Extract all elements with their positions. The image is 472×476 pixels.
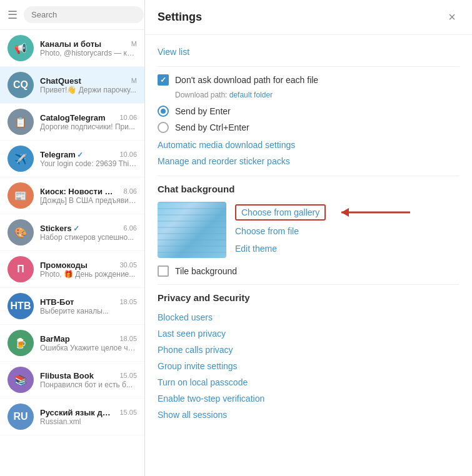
avatar: CQ bbox=[8, 72, 34, 98]
chat-name: CatalogTelegram bbox=[40, 113, 106, 122]
chat-preview: Russian.xml bbox=[40, 417, 137, 426]
close-button[interactable]: × bbox=[444, 9, 459, 26]
chat-preview: Набор стикеров успешно... bbox=[40, 233, 137, 242]
chat-item[interactable]: НТВНТВ-Бот18.05Выберите каналы... bbox=[0, 288, 144, 325]
chat-name: Stickers ✓ bbox=[40, 224, 79, 233]
chat-info: Киоск: Новости Ро...8.06[Дождь] В США пр… bbox=[40, 187, 137, 205]
edit-theme-link[interactable]: Edit theme bbox=[235, 242, 326, 255]
chat-time: 10.06 bbox=[119, 114, 137, 121]
chat-time: 15.05 bbox=[119, 372, 137, 379]
chat-name: НТВ-Бот bbox=[40, 297, 74, 307]
send-by-enter-radio[interactable] bbox=[158, 106, 169, 117]
chat-item[interactable]: RUРусский язык для ...15.05Russian.xml bbox=[0, 399, 144, 435]
chat-name: BarMap bbox=[40, 334, 70, 344]
phone-calls-privacy-link[interactable]: Phone calls privacy bbox=[158, 343, 459, 357]
chat-time: 18.05 bbox=[119, 298, 137, 305]
search-input[interactable] bbox=[24, 6, 144, 23]
chat-item[interactable]: 🍺BarMap18.05Ошибка Укажите целое чи... bbox=[0, 325, 144, 362]
chat-name: Промокоды bbox=[40, 260, 88, 270]
chat-time: М bbox=[131, 77, 137, 84]
divider-1 bbox=[158, 66, 459, 67]
svg-marker-1 bbox=[341, 208, 349, 217]
view-list-link[interactable]: View list bbox=[158, 45, 459, 59]
sidebar-header: ☰ bbox=[0, 0, 144, 30]
settings-header: Settings × bbox=[145, 0, 472, 35]
tile-background-checkbox[interactable] bbox=[158, 265, 169, 277]
chat-list: 📢Каналы и ботыМPhoto, @historycards — ка… bbox=[0, 30, 144, 476]
manage-stickers-link[interactable]: Manage and reorder sticker packs bbox=[158, 154, 459, 168]
chat-background-section: Choose from gallery Choose from file Edi… bbox=[158, 202, 459, 258]
chat-time: М bbox=[131, 40, 137, 47]
avatar: 📰 bbox=[8, 182, 34, 209]
chat-time: 30.05 bbox=[119, 261, 137, 269]
chat-time: 8.06 bbox=[124, 187, 137, 195]
chat-item[interactable]: 📚Flibusta Book15.05Понравился бот и есть… bbox=[0, 362, 144, 399]
default-folder-link[interactable]: default folder bbox=[229, 91, 273, 99]
chat-info: ChatQuestМПривет!👋 Держи парочку... bbox=[40, 76, 137, 94]
chat-preview: Photo, 🎁 День рождение... bbox=[40, 270, 137, 279]
chat-preview: Photo, @historycards — ка... bbox=[40, 49, 137, 57]
chat-name: Киоск: Новости Ро... bbox=[40, 187, 115, 196]
chat-preview: Ошибка Укажите целое чи... bbox=[40, 344, 137, 352]
chat-name: ChatQuest bbox=[40, 76, 81, 86]
send-by-ctrl-enter-label: Send by Ctrl+Enter bbox=[175, 122, 249, 132]
send-by-enter-label: Send by Enter bbox=[175, 106, 231, 116]
settings-panel: Settings × View list Don't ask download … bbox=[145, 0, 472, 476]
background-options: Choose from gallery Choose from file Edi… bbox=[235, 202, 326, 255]
dont-ask-download-row: Don't ask download path for each file bbox=[158, 74, 459, 86]
chat-item[interactable]: 📰Киоск: Новости Ро...8.06[Дождь] В США п… bbox=[0, 177, 144, 214]
local-passcode-link[interactable]: Turn on local passcode bbox=[158, 375, 459, 389]
privacy-section: Blocked users Last seen privacy Phone ca… bbox=[158, 310, 459, 422]
chat-preview: Привет!👋 Держи парочку... bbox=[40, 86, 137, 94]
chat-item[interactable]: CQChatQuestМПривет!👋 Держи парочку... bbox=[0, 67, 144, 104]
two-step-link[interactable]: Enable two-step verification bbox=[158, 392, 459, 405]
chat-name: Каналы и боты bbox=[40, 39, 101, 49]
tile-background-row: Tile background bbox=[158, 265, 459, 277]
download-path-sub: Download path: default folder bbox=[175, 91, 459, 99]
chat-info: НТВ-Бот18.05Выберите каналы... bbox=[40, 297, 137, 315]
verified-badge: ✓ bbox=[77, 151, 83, 159]
choose-gallery-row: Choose from gallery bbox=[235, 204, 326, 221]
chat-time: 6.06 bbox=[124, 224, 137, 232]
chat-time: 18.05 bbox=[119, 335, 137, 342]
avatar: 🍺 bbox=[8, 330, 34, 356]
divider-2 bbox=[158, 176, 459, 176]
avatar: ✈️ bbox=[8, 146, 34, 172]
chat-info: Flibusta Book15.05Понравился бот и есть … bbox=[40, 371, 137, 389]
choose-from-file-link[interactable]: Choose from file bbox=[235, 224, 326, 238]
download-path-label: Download path: bbox=[175, 91, 227, 99]
chat-item[interactable]: 🎨Stickers ✓6.06Набор стикеров успешно... bbox=[0, 214, 144, 251]
avatar: П bbox=[8, 256, 34, 282]
chat-time: 10.06 bbox=[119, 151, 137, 158]
chat-info: Stickers ✓6.06Набор стикеров успешно... bbox=[40, 224, 137, 242]
last-seen-privacy-link[interactable]: Last seen privacy bbox=[158, 327, 459, 340]
chat-item[interactable]: 📢Каналы и ботыМPhoto, @historycards — ка… bbox=[0, 30, 144, 67]
group-invite-link[interactable]: Group invite settings bbox=[158, 359, 459, 373]
avatar: 📋 bbox=[8, 109, 34, 135]
choose-from-gallery-button[interactable]: Choose from gallery bbox=[235, 204, 326, 221]
chat-info: CatalogTelegram10.06Дорогие подписчики! … bbox=[40, 113, 137, 131]
chat-item[interactable]: ППромокоды30.05Photo, 🎁 День рождение... bbox=[0, 251, 144, 288]
chat-info: BarMap18.05Ошибка Укажите целое чи... bbox=[40, 334, 137, 352]
auto-media-link[interactable]: Automatic media download settings bbox=[158, 138, 459, 152]
red-arrow-annotation bbox=[335, 203, 416, 222]
chat-item[interactable]: ✈️Telegram ✓10.06Your login code: 29639 … bbox=[0, 141, 144, 177]
blocked-users-link[interactable]: Blocked users bbox=[158, 310, 459, 324]
tile-background-label: Tile background bbox=[175, 266, 237, 276]
chat-background-title: Chat background bbox=[158, 184, 459, 194]
chat-item[interactable]: 📋CatalogTelegram10.06Дорогие подписчики!… bbox=[0, 104, 144, 141]
send-by-ctrl-enter-radio[interactable] bbox=[158, 122, 169, 133]
privacy-security-title: Privacy and Security bbox=[158, 292, 459, 303]
avatar: НТВ bbox=[8, 293, 34, 319]
avatar: 🎨 bbox=[8, 219, 34, 245]
dont-ask-download-checkbox[interactable] bbox=[158, 74, 169, 86]
chat-preview: Дорогие подписчики! При... bbox=[40, 122, 137, 131]
show-sessions-link[interactable]: Show all sessions bbox=[158, 408, 459, 422]
send-by-ctrl-enter-row: Send by Ctrl+Enter bbox=[158, 122, 459, 133]
verified-badge: ✓ bbox=[73, 224, 79, 233]
chat-info: Каналы и ботыМPhoto, @historycards — ка.… bbox=[40, 39, 137, 57]
chat-time: 15.05 bbox=[119, 409, 137, 416]
background-preview bbox=[158, 202, 226, 258]
divider-3 bbox=[158, 284, 459, 285]
hamburger-icon[interactable]: ☰ bbox=[8, 8, 18, 22]
